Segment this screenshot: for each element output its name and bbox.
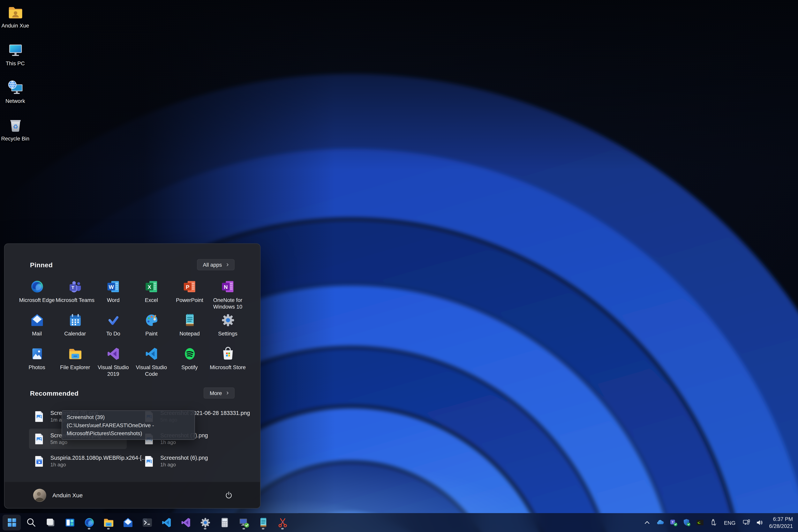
recommended-item-suspiria-2018-1080p-webrip-x264[interactable]: Suspiria.2018.1080p.WEBRip.x264-[... 1h … [29, 451, 127, 471]
taskbar-search-button[interactable] [22, 515, 40, 530]
pinned-app-calendar[interactable]: Calendar [56, 311, 94, 345]
taskbar-mail-button[interactable] [119, 515, 137, 530]
this-pc-icon [7, 42, 23, 58]
pinned-app-label: Notepad [168, 330, 211, 337]
pinned-app-microsoft-store[interactable]: Microsoft Store [209, 345, 247, 379]
desktop-icon-network[interactable]: Network [0, 79, 31, 104]
tray-safely-remove-hardware[interactable] [707, 516, 720, 530]
tray-volume[interactable] [754, 516, 766, 530]
tray-windows-security[interactable] [681, 516, 693, 530]
desktop-icon-anduin-xue[interactable]: Anduin Xue [0, 4, 31, 28]
tray-microsoft-teams[interactable]: T [667, 516, 680, 530]
image-file-icon [33, 432, 45, 446]
tray-onedrive[interactable] [654, 516, 666, 530]
vscode-icon [160, 517, 172, 529]
taskbar: T ENG 6:37 PM 6/28/2021 [0, 513, 798, 532]
recommended-item-time: 1h ago [160, 462, 208, 468]
avatar [33, 489, 46, 502]
defender-icon [682, 518, 691, 527]
word-icon: W [106, 279, 121, 294]
screen: Anduin Xue This PC Network ♻ Recycle Bin… [0, 0, 798, 532]
settings-icon [220, 313, 235, 328]
pinned-app-to-do[interactable]: To Do [94, 311, 132, 345]
file-explorer-icon [102, 517, 114, 529]
all-apps-button[interactable]: All apps [197, 259, 234, 270]
tooltip-line-2: Microsoft\Pictures\Screenshots) [66, 429, 190, 437]
taskbar-visual-studio-2019-button[interactable] [176, 515, 195, 530]
pinned-app-settings[interactable]: Settings [209, 311, 247, 345]
pinned-app-label: Paint [130, 330, 173, 337]
taskbar-start-button[interactable] [2, 515, 21, 530]
desktop-icon-list: Anduin Xue This PC Network ♻ Recycle Bin [0, 4, 31, 141]
spotify-icon [182, 346, 197, 361]
pinned-app-excel[interactable]: X Excel [132, 278, 170, 311]
desktop-icon-label: Anduin Xue [1, 22, 29, 28]
running-indicator [281, 528, 284, 530]
svg-text:X: X [147, 284, 151, 290]
pinned-app-photos[interactable]: Photos [18, 345, 56, 379]
pinned-app-label: OneNote for Windows 10 [206, 297, 249, 309]
pinned-app-word[interactable]: W Word [94, 278, 132, 311]
onenote-icon: N [220, 279, 235, 294]
recommended-item-time: 5m ago [51, 439, 101, 445]
pinned-app-visual-studio-code[interactable]: Visual Studio Code [132, 345, 170, 379]
remote-desktop-icon [238, 517, 250, 529]
pinned-app-microsoft-teams[interactable]: T Microsoft Teams [56, 278, 94, 311]
chevron-right-icon [225, 391, 229, 395]
tray-show-hidden-icons[interactable] [641, 516, 653, 530]
pinned-app-paint[interactable]: Paint [132, 311, 170, 345]
pinned-app-notepad[interactable]: Notepad [170, 311, 209, 345]
pinned-app-powerpoint[interactable]: P PowerPoint [170, 278, 209, 311]
more-button[interactable]: More [204, 387, 234, 399]
pinned-apps-grid: Microsoft Edge T Microsoft Teams W Word … [5, 278, 260, 379]
running-indicator [88, 528, 90, 530]
photos-icon [29, 346, 44, 361]
taskbar-calculator-button[interactable] [215, 515, 233, 530]
onedrive-icon [656, 518, 665, 527]
visual-studio-icon [106, 346, 121, 361]
power-button[interactable] [221, 488, 236, 502]
pinned-app-label: Excel [130, 297, 173, 303]
taskbar-notepad-button[interactable] [254, 515, 272, 530]
notepad-icon [257, 517, 269, 529]
desktop-icon-label: This PC [6, 60, 25, 66]
taskbar-clock[interactable]: 6:37 PM 6/28/2021 [767, 516, 793, 530]
tray-network[interactable] [740, 516, 753, 530]
taskbar-visual-studio-code-button[interactable] [157, 515, 175, 530]
taskbar-remote-desktop-button[interactable] [234, 515, 253, 530]
running-indicator [243, 528, 245, 530]
file-explorer-icon [68, 346, 82, 361]
start-icon [6, 517, 18, 529]
pinned-app-spotify[interactable]: Spotify [170, 345, 209, 379]
recommended-item-screenshot-6-png[interactable]: Screenshot (6).png 1h ago [139, 451, 237, 471]
search-icon [25, 517, 37, 529]
pinned-app-microsoft-edge[interactable]: Microsoft Edge [18, 278, 56, 311]
taskbar-settings-button[interactable] [196, 515, 214, 530]
pinned-app-visual-studio-2019[interactable]: Visual Studio 2019 [94, 345, 132, 379]
pinned-app-label: Visual Studio 2019 [92, 364, 135, 377]
terminal-icon [141, 517, 153, 529]
pinned-app-mail[interactable]: Mail [18, 311, 56, 345]
taskbar-widgets-button[interactable] [61, 515, 79, 530]
store-icon [220, 346, 235, 361]
pinned-app-file-explorer[interactable]: File Explorer [56, 345, 94, 379]
desktop-icon-recycle-bin[interactable]: ♻ Recycle Bin [0, 117, 31, 141]
paint-icon [144, 313, 159, 328]
user-profile-button[interactable]: Anduin Xue [30, 487, 86, 504]
edge-icon [83, 517, 95, 529]
taskbar-file-explorer-button[interactable] [99, 515, 117, 530]
pinned-app-onenote-for-windows-10[interactable]: N OneNote for Windows 10 [209, 278, 247, 311]
desktop-icon-this-pc[interactable]: This PC [0, 42, 31, 66]
pinned-app-label: Spotify [168, 364, 211, 370]
taskbar-snipping-tool-button[interactable] [273, 515, 292, 530]
taskbar-task-view-button[interactable] [41, 515, 60, 530]
clock-time: 6:37 PM [769, 516, 793, 522]
taskbar-microsoft-edge-button[interactable] [80, 515, 98, 530]
pinned-section-title: Pinned [30, 261, 53, 268]
taskbar-terminal-button[interactable] [138, 515, 156, 530]
powerpoint-icon: P [182, 279, 197, 294]
tray-nvidia[interactable] [694, 516, 706, 530]
running-indicator [107, 528, 110, 530]
widgets-icon [64, 517, 76, 529]
language-indicator[interactable]: ENG [720, 519, 739, 526]
